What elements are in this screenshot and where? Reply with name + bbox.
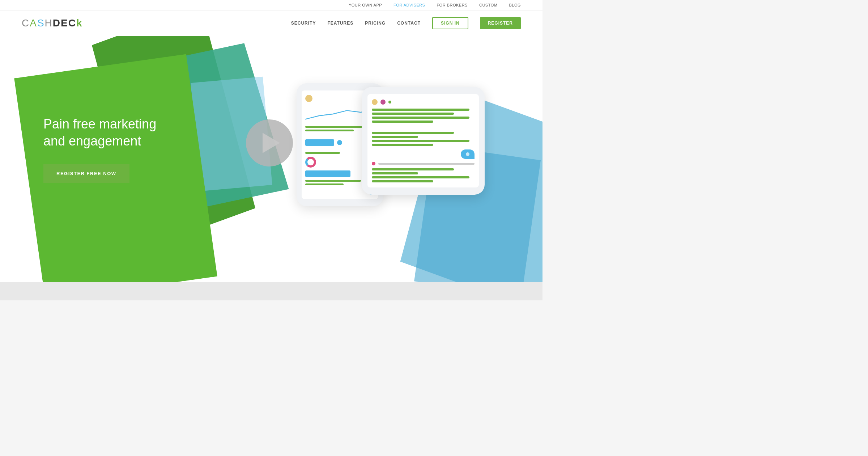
avatar-small [372, 99, 378, 105]
nav-security[interactable]: SECURITY [291, 21, 316, 26]
bottom-bar [0, 282, 542, 300]
hero-section: Pain free marketing and engagement REGIS… [0, 36, 542, 282]
chat-bubble [461, 149, 475, 159]
top-bar: YOUR OWN APP FOR ADVISERS FOR BROKERS CU… [0, 0, 542, 10]
topbar-item-for-advisers[interactable]: FOR ADVISERS [393, 3, 425, 7]
status-dot [388, 101, 391, 104]
hero-cta-button[interactable]: REGISTER FREE NOW [43, 164, 129, 183]
donut-chart [305, 157, 316, 168]
topbar-item-blog[interactable]: BLOG [509, 3, 521, 7]
play-button[interactable] [246, 119, 293, 166]
logo[interactable]: CASH DECk [22, 17, 83, 29]
nav-contact[interactable]: CONTACT [397, 21, 421, 26]
hero-content: Pain free marketing and engagement REGIS… [43, 116, 181, 183]
avatar-small-2 [380, 100, 386, 105]
nav-pricing[interactable]: PRICING [365, 21, 386, 26]
signin-button[interactable]: SIGN IN [432, 17, 468, 29]
topbar-item-custom[interactable]: CUSTOM [479, 3, 497, 7]
topbar-item-your-own-app[interactable]: YOUR OWN APP [349, 3, 382, 7]
play-icon [263, 133, 280, 153]
topbar-item-for-brokers[interactable]: FOR BROKERS [437, 3, 468, 7]
avatar [305, 95, 312, 102]
nav-features[interactable]: FEATURES [327, 21, 353, 26]
hero-headline: Pain free marketing and engagement [43, 116, 181, 150]
phone-mockup-2 [362, 87, 485, 195]
pink-dot [372, 162, 375, 165]
register-button[interactable]: REGISTER [480, 17, 521, 29]
header: CASH DECk SECURITY FEATURES PRICING CONT… [0, 10, 542, 36]
main-nav: SECURITY FEATURES PRICING CONTACT SIGN I… [291, 17, 521, 29]
